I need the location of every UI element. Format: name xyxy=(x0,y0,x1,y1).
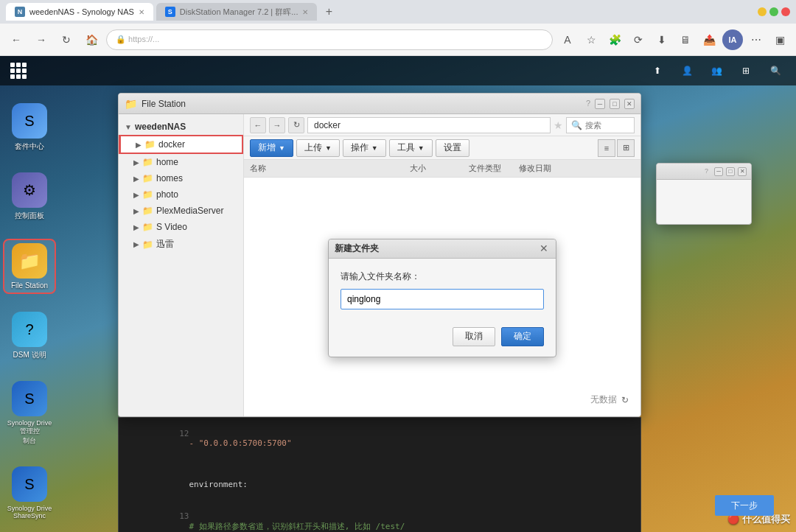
refresh-icon[interactable]: ↻ xyxy=(621,395,629,405)
browser-window: N weedenNAS - Synology NAS ✕ S DiskStati… xyxy=(0,0,796,532)
dsm-maximize[interactable]: □ xyxy=(726,167,735,176)
tree-item-plexmediaserver[interactable]: ▶ 📁 PlexMediaServer xyxy=(119,203,243,219)
address-bar[interactable]: 🔒 https://... xyxy=(106,29,553,50)
fs-titlebar: 📁 File Station ? ─ □ ✕ xyxy=(119,94,640,114)
grid-view-btn[interactable]: ⊞ xyxy=(617,139,635,157)
line-num-1: 12 xyxy=(179,429,197,438)
folder-name-input[interactable] xyxy=(341,289,544,309)
dialog-close-btn[interactable]: ✕ xyxy=(538,242,550,254)
synoshare-label: Synology DriveShareSync xyxy=(7,505,52,519)
search-input[interactable] xyxy=(585,121,629,130)
col-date-header: 修改日期 xyxy=(519,163,620,174)
fs-path-box[interactable]: docker xyxy=(307,117,551,133)
dsm-help[interactable]: ? xyxy=(705,167,708,176)
tree-item-svideo[interactable]: ▶ 📁 S Video xyxy=(119,219,243,235)
confirm-button[interactable]: 确定 xyxy=(501,327,544,346)
list-view-btn[interactable]: ≡ xyxy=(598,139,615,157)
tree-item-plex-label: PlexMediaServer xyxy=(156,206,223,216)
apps-menu-button[interactable] xyxy=(0,56,37,85)
forward-button[interactable]: → xyxy=(31,29,52,50)
sidebar-app-pkgcenter[interactable]: S 套件中心 xyxy=(3,100,56,155)
fs-minimize-btn[interactable]: ─ xyxy=(595,99,605,109)
action-btn-label: 操作 xyxy=(351,141,369,154)
fs-forward-btn[interactable]: → xyxy=(269,117,285,133)
tab-close-2[interactable]: ✕ xyxy=(302,8,308,16)
new-folder-dialog: 新建文件夹 ✕ 请输入文件夹名称： 取消 确定 xyxy=(328,239,556,357)
screen-icon[interactable]: 🖥 xyxy=(675,29,696,50)
browser-maximize[interactable] xyxy=(769,7,778,16)
grid-dot xyxy=(16,69,21,73)
tree-root-item[interactable]: ▼ weedenNAS xyxy=(119,119,243,135)
bookmark-icon[interactable]: ☆ xyxy=(581,29,601,50)
tree-item-xunlei-label: 迅雷 xyxy=(156,238,174,251)
next-step-button[interactable]: 下一步 xyxy=(715,495,774,516)
grid-dot xyxy=(10,74,15,79)
controlpanel-icon: ⚙ xyxy=(12,172,47,208)
fs-tree-panel: ▼ weedenNAS ▶ 📁 docker ▶ 📁 home xyxy=(119,114,244,417)
grid-dot xyxy=(22,63,27,67)
sidebar-app-synodrive[interactable]: S Synology Drive 管理控制台 xyxy=(3,378,56,449)
tree-item-photo[interactable]: ▶ 📁 photo xyxy=(119,186,243,203)
fs-star-btn[interactable]: ★ xyxy=(554,119,563,131)
download-icon[interactable]: ⬇ xyxy=(652,29,672,50)
tools-btn-label: 工具 xyxy=(397,141,415,154)
fs-toolbar: 新增 ▼ 上传 ▼ 操作 ▼ xyxy=(244,136,640,160)
history-icon[interactable]: ⟳ xyxy=(628,29,649,50)
tree-item-xunlei[interactable]: ▶ 📁 迅雷 xyxy=(119,235,243,253)
action-button[interactable]: 操作 ▼ xyxy=(343,139,386,157)
dialog-body: 请输入文件夹名称： xyxy=(329,259,556,321)
apps-grid-icon xyxy=(10,63,27,79)
fs-back-btn[interactable]: ← xyxy=(250,117,266,133)
terminal-line-2: environment: xyxy=(119,459,640,500)
sidebar-app-synoshare[interactable]: S Synology DriveShareSync xyxy=(3,463,56,522)
browser-minimize[interactable] xyxy=(758,7,767,16)
home-button[interactable]: 🏠 xyxy=(81,29,102,50)
sidebar-app-controlpanel[interactable]: ⚙ 控制面板 xyxy=(3,169,56,224)
reload-button[interactable]: ↻ xyxy=(56,29,77,50)
browser-tab-active[interactable]: N weedenNAS - Synology NAS ✕ xyxy=(6,3,153,21)
tools-button[interactable]: 工具 ▼ xyxy=(389,139,433,157)
cancel-button[interactable]: 取消 xyxy=(453,327,495,346)
menu-icon[interactable]: ⋯ xyxy=(746,29,767,50)
user-taskbar-icon[interactable]: 👤 xyxy=(675,59,699,83)
browser-window-controls xyxy=(758,7,790,16)
fs-refresh-nav-btn[interactable]: ↻ xyxy=(288,117,304,133)
tree-item-homes[interactable]: ▶ 📁 homes xyxy=(119,170,243,186)
search-taskbar-icon[interactable]: 🔍 xyxy=(764,59,787,83)
share-icon[interactable]: 📤 xyxy=(699,29,719,50)
translate-icon[interactable]: A xyxy=(557,29,578,50)
fs-maximize-btn[interactable]: □ xyxy=(610,99,620,109)
upload-taskbar-icon[interactable]: ⬆ xyxy=(646,59,669,83)
action-btn-arrow: ▼ xyxy=(371,144,378,152)
fs-close-btn[interactable]: ✕ xyxy=(624,99,635,109)
svideo-folder-icon: 📁 xyxy=(142,222,153,232)
dsm-desktop: ⬆ 👤 👥 ⊞ 🔍 S 套件中心 ⚙ xyxy=(0,56,796,532)
filestation-window: 📁 File Station ? ─ □ ✕ xyxy=(118,93,641,417)
new-button[interactable]: 新增 ▼ xyxy=(250,139,293,157)
fs-content-panel: ← → ↻ docker ★ 🔍 xyxy=(244,114,640,417)
new-tab-button[interactable]: + xyxy=(320,3,338,21)
fs-nav-bar: ← → ↻ docker ★ 🔍 xyxy=(244,114,640,136)
sidebar-app-filestation[interactable]: 📁 File Station xyxy=(3,239,56,294)
dialog-overlay: 新建文件夹 ✕ 请输入文件夹名称： 取消 确定 xyxy=(244,178,640,417)
upload-button[interactable]: 上传 ▼ xyxy=(296,139,340,157)
tab-label-1: weedenNAS - Synology NAS xyxy=(29,7,134,16)
tree-item-home[interactable]: ▶ 📁 home xyxy=(119,154,243,170)
extensions-icon[interactable]: 🧩 xyxy=(604,29,625,50)
dsm-close[interactable]: ✕ xyxy=(738,167,747,176)
tree-item-docker[interactable]: ▶ 📁 docker xyxy=(119,135,243,154)
dsm-minimize[interactable]: ─ xyxy=(714,167,723,176)
plex-arrow: ▶ xyxy=(133,207,139,215)
settings-button[interactable]: 设置 xyxy=(436,139,469,157)
new-btn-arrow: ▼ xyxy=(279,144,285,152)
browser-close[interactable] xyxy=(781,7,790,16)
browser-tab-inactive[interactable]: S DiskStation Manager 7.2 | 群晖... ✕ xyxy=(156,3,318,21)
sidebar-app-dsm[interactable]: ? DSM 说明 xyxy=(3,309,56,363)
fs-help-btn[interactable]: ? xyxy=(586,99,590,109)
sidebar-toggle[interactable]: ▣ xyxy=(769,29,790,50)
settings-taskbar-icon[interactable]: ⊞ xyxy=(734,59,758,83)
tab-close-1[interactable]: ✕ xyxy=(139,8,144,16)
profile-icon[interactable]: IA xyxy=(722,29,743,50)
back-button[interactable]: ← xyxy=(6,29,27,50)
account-taskbar-icon[interactable]: 👥 xyxy=(705,59,728,83)
